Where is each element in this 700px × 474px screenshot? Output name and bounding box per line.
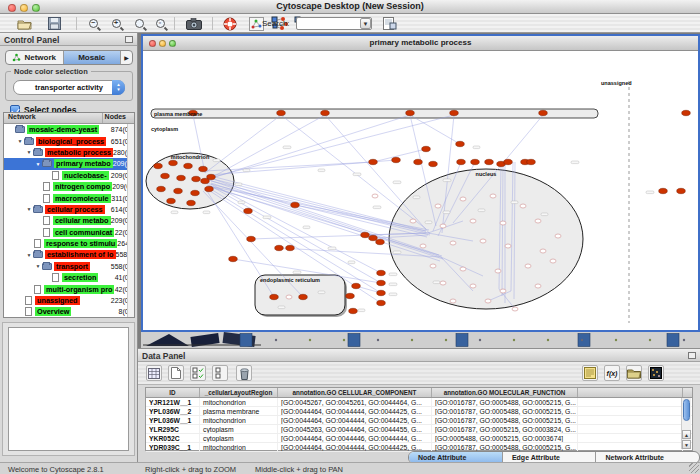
network-node[interactable] [677, 188, 686, 193]
network-node[interactable] [229, 256, 238, 261]
birdseye-view[interactable] [2, 322, 135, 456]
network-canvas[interactable]: plasma membranecytoplasmmitochondrionnuc… [143, 51, 698, 330]
network-node[interactable] [504, 159, 513, 164]
resize-grip[interactable] [689, 463, 699, 473]
table-column-header[interactable]: annotation.GO MOLECULAR_FUNCTION [432, 388, 578, 397]
network-node-unselected[interactable] [495, 269, 501, 273]
float-data-panel-icon[interactable] [688, 352, 696, 359]
network-node[interactable] [406, 110, 415, 115]
delete-attribute-icon[interactable] [236, 365, 252, 381]
network-node[interactable] [187, 200, 196, 205]
network-node[interactable] [369, 159, 378, 164]
table-scrollbar-thumb[interactable] [683, 399, 690, 421]
network-node-unselected[interactable] [525, 264, 531, 268]
unselect-attributes-icon[interactable] [212, 365, 228, 381]
network-node-unselected[interactable] [440, 224, 446, 228]
network-node-unselected[interactable] [535, 284, 541, 288]
network-node[interactable] [247, 236, 256, 241]
network-node[interactable] [361, 232, 370, 237]
network-node[interactable] [154, 163, 163, 168]
network-node[interactable] [349, 308, 358, 313]
network-node[interactable] [539, 110, 548, 115]
select-all-attributes-icon[interactable] [190, 365, 206, 381]
network-node-unselected[interactable] [435, 204, 441, 208]
network-node[interactable] [169, 160, 178, 165]
app-titlebar[interactable]: Cytoscape Desktop (New Session) [0, 0, 700, 14]
tree-row[interactable]: cell communicat22(0) [4, 227, 134, 238]
network-node[interactable] [177, 175, 186, 180]
network-node-unselected[interactable] [440, 281, 446, 285]
network-node[interactable] [286, 245, 295, 250]
network-node[interactable] [377, 280, 386, 285]
network-node[interactable] [429, 161, 438, 166]
tree-col-nodes[interactable]: Nodes [102, 113, 134, 123]
table-row[interactable]: YPL036W__1mitochondrion[GO:0044464, GO:0… [146, 416, 692, 425]
network-node-unselected[interactable] [410, 219, 416, 223]
network-node[interactable] [352, 283, 361, 288]
network-node[interactable] [161, 173, 170, 178]
function-builder-icon[interactable]: f(x) [604, 365, 620, 381]
tree-col-network[interactable]: Network [4, 113, 102, 123]
attribute-browser-icon[interactable] [382, 16, 398, 31]
tree-row[interactable]: ▼establishment of lo558(0) [4, 249, 134, 260]
network-node[interactable] [377, 290, 386, 295]
new-attribute-icon[interactable] [168, 365, 184, 381]
network-node[interactable] [471, 159, 480, 164]
tree-row[interactable]: mosaic-demo-yeast874(0) [4, 124, 134, 135]
tree-expand-icon[interactable]: ▼ [16, 138, 24, 144]
node-color-dropdown[interactable]: transporter activity ▲▼ [13, 80, 125, 95]
tree-row[interactable]: secretion41(0) [4, 272, 134, 283]
scroll-down-icon[interactable]: ▼ [682, 440, 691, 449]
tree-expand-icon[interactable]: ▼ [25, 149, 33, 155]
network-node-unselected[interactable] [505, 244, 511, 248]
network-node-unselected[interactable] [470, 284, 476, 288]
network-node[interactable] [191, 190, 200, 195]
tree-scrollbar[interactable] [127, 124, 134, 317]
tree-expand-icon[interactable]: ▼ [25, 206, 33, 212]
network-node[interactable] [376, 239, 385, 244]
network-node[interactable] [377, 270, 386, 275]
network-node-unselected[interactable] [500, 289, 506, 293]
tree-row[interactable]: nucleobase-209(0) [4, 170, 134, 181]
network-node[interactable] [422, 146, 431, 151]
network-node-unselected[interactable] [535, 219, 541, 223]
background-window-strip[interactable] [141, 332, 700, 348]
birdseye-canvas[interactable] [8, 327, 129, 451]
network-node-unselected[interactable] [420, 244, 426, 248]
network-node-unselected[interactable] [450, 241, 456, 245]
tab-mosaic[interactable]: Mosaic [64, 51, 122, 64]
network-node[interactable] [392, 157, 401, 162]
network-node[interactable] [291, 202, 300, 207]
tree-expand-icon[interactable]: ▼ [34, 161, 42, 167]
dropdown-stepper-icon[interactable]: ▲▼ [112, 80, 125, 95]
search-dropdown-icon[interactable]: ▼ [360, 18, 371, 29]
network-node[interactable] [174, 188, 183, 193]
network-node-unselected[interactable] [490, 194, 496, 198]
float-panel-icon[interactable] [125, 36, 133, 43]
tree-row[interactable]: ▼metabolic process280(0) [4, 147, 134, 158]
network-node[interactable] [321, 110, 330, 115]
network-node[interactable] [457, 159, 466, 164]
zoom-out-icon[interactable]: − [85, 16, 101, 31]
table-column-header[interactable] [578, 388, 683, 397]
tab-network[interactable]: Network [6, 51, 64, 64]
tree-row[interactable]: unassigned223(0) [4, 295, 134, 306]
tree-row[interactable]: ▼transport558(0) [4, 261, 134, 272]
network-node[interactable] [205, 186, 214, 191]
network-node[interactable] [277, 110, 286, 115]
scroll-up-icon[interactable]: ▲ [682, 430, 691, 439]
table-row[interactable]: YPL036W__2plasma membrane[GO:0044464, GO… [146, 407, 692, 416]
network-node-unselected[interactable] [512, 307, 518, 311]
network-node[interactable] [157, 186, 166, 191]
select-attributes-icon[interactable] [146, 365, 162, 381]
network-window-titlebar[interactable]: primary metabolic process [143, 36, 698, 51]
network-node-unselected[interactable] [500, 221, 506, 225]
tab-overflow-button[interactable]: ▶ [121, 51, 132, 64]
network-node[interactable] [199, 166, 208, 171]
tree-row[interactable]: ▼biological_process651(0) [4, 135, 134, 146]
network-node[interactable] [450, 110, 459, 115]
tree-row[interactable]: nitrogen compo209(0) [4, 181, 134, 192]
network-node[interactable] [201, 178, 210, 183]
network-node[interactable] [270, 294, 279, 299]
table-scrollbar[interactable]: ▲ ▼ [681, 398, 691, 449]
